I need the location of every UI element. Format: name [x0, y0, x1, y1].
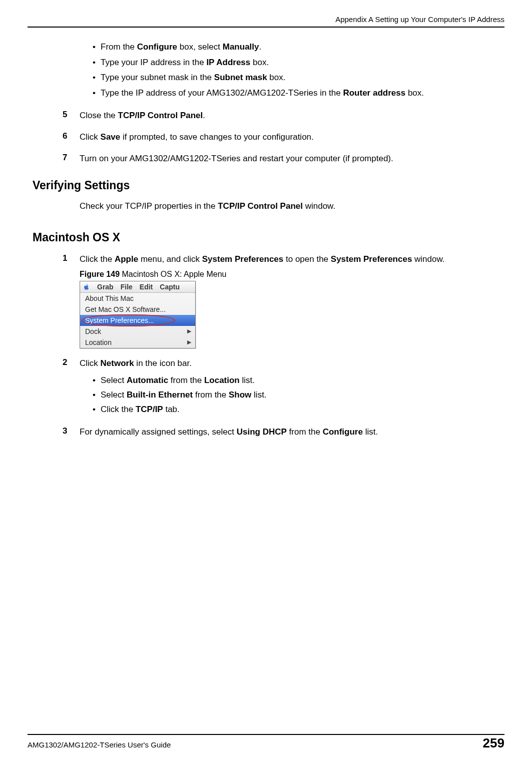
text: . — [203, 111, 205, 120]
menu-label: Get Mac OS X Software... — [85, 305, 166, 313]
bullet-item: Click the TCP/IP tab. — [93, 403, 504, 417]
menu-item-dock[interactable]: Dock ▶ — [80, 326, 195, 337]
text: Type the IP address of your AMG1302/AMG1… — [101, 88, 343, 98]
bullet-item: Select Built-in Ethernet from the Show l… — [93, 388, 504, 403]
figure-title: Macintosh OS X: Apple Menu — [120, 270, 226, 278]
text: Click — [80, 358, 101, 368]
bold: System Preferences — [331, 254, 412, 264]
osx-step-3: 3 For dynamically assigned settings, sel… — [63, 426, 504, 439]
osx-step-1: 1 Click the Apple menu, and click System… — [63, 253, 504, 266]
text: box. — [250, 58, 269, 67]
bold: Manually — [223, 42, 259, 52]
step-6: 6 Click Save if prompted, to save change… — [63, 131, 504, 144]
menu-item-system-preferences[interactable]: System Preferences... — [80, 315, 195, 326]
text: Click — [80, 132, 101, 142]
menu-label: Dock — [85, 327, 101, 335]
text: from the — [287, 427, 323, 437]
bold: Configure — [137, 42, 177, 52]
menu-item-get-software[interactable]: Get Mac OS X Software... — [80, 304, 195, 315]
text: Type your IP address in the — [101, 58, 206, 67]
text: in the icon bar. — [134, 358, 192, 368]
bold: TCP/IP — [136, 405, 163, 414]
text: box, select — [177, 42, 223, 52]
menu-label: About This Mac — [85, 294, 134, 302]
menubar-item: Captu — [160, 283, 180, 291]
footer-rule — [28, 734, 504, 735]
menubar: Grab File Edit Captu — [80, 281, 195, 293]
text: window. — [303, 201, 335, 211]
step-number: 7 — [63, 153, 80, 165]
bold: IP Address — [206, 58, 250, 67]
bold: Router address — [343, 88, 405, 98]
bold: Built-in Ethernet — [127, 390, 193, 400]
step-text: Turn on your AMG1302/AMG1202-TSeries and… — [80, 153, 393, 165]
text: Check your TCP/IP properties in the — [80, 201, 218, 211]
text: list. — [240, 375, 255, 385]
menu-body: About This Mac Get Mac OS X Software... … — [80, 293, 195, 348]
text: Click the — [80, 254, 115, 264]
step-text: Click Save if prompted, to save changes … — [80, 131, 314, 144]
text: box. — [267, 73, 286, 82]
page: Appendix A Setting up Your Computer's IP… — [0, 0, 532, 763]
bold: Location — [204, 375, 240, 385]
bold: Show — [229, 390, 251, 400]
text: For dynamically assigned settings, selec… — [80, 427, 237, 437]
text: From the — [101, 42, 137, 52]
step-text: Close the TCP/IP Control Panel. — [80, 110, 205, 122]
submenu-arrow-icon: ▶ — [187, 328, 191, 334]
step-text: Click the Apple menu, and click System P… — [80, 253, 445, 266]
top-rule — [28, 27, 504, 28]
text: list. — [251, 390, 266, 400]
bullet-item: Type your IP address in the IP Address b… — [93, 55, 504, 71]
apple-logo-icon — [83, 283, 90, 290]
text: box. — [405, 88, 424, 98]
step-number: 6 — [63, 131, 80, 144]
step-text: For dynamically assigned settings, selec… — [80, 426, 378, 439]
bullet-item: Type the IP address of your AMG1302/AMG1… — [93, 86, 504, 101]
text: Close the — [80, 111, 118, 120]
submenu-arrow-icon: ▶ — [187, 339, 191, 345]
menu-label: Location — [85, 338, 112, 346]
text: menu, and click — [138, 254, 202, 264]
step-number: 3 — [63, 426, 80, 439]
bold: TCP/IP Control Panel — [118, 111, 203, 120]
text: list. — [363, 427, 378, 437]
text: Type your subnet mask in the — [101, 73, 214, 82]
menubar-item: Edit — [140, 283, 153, 291]
step-number: 2 — [63, 357, 80, 370]
apple-menu-figure: Grab File Edit Captu About This Mac Get … — [80, 281, 196, 348]
bold: TCP/IP Control Panel — [218, 201, 303, 211]
menubar-item: Grab — [97, 283, 114, 291]
step-text: Click Network in the icon bar. — [80, 357, 192, 370]
heading-macintosh-osx: Macintosh OS X — [33, 231, 504, 244]
bold: System Preferences — [202, 254, 284, 264]
menu-item-about[interactable]: About This Mac — [80, 293, 195, 304]
bold: Network — [101, 358, 134, 368]
figure-caption: Figure 149 Macintosh OS X: Apple Menu — [80, 270, 504, 279]
step-number: 1 — [63, 253, 80, 266]
bold: Subnet mask — [214, 73, 267, 82]
osx-step-2: 2 Click Network in the icon bar. — [63, 357, 504, 370]
text: if prompted, to save changes to your con… — [120, 132, 314, 142]
bold: Save — [101, 132, 121, 142]
bullet-list-top: From the Configure box, select Manually.… — [93, 40, 504, 101]
footer-guide-title: AMG1302/AMG1202-TSeries User's Guide — [28, 740, 171, 749]
bold: Automatic — [127, 375, 168, 385]
text: tab. — [163, 405, 180, 414]
running-head: Appendix A Setting up Your Computer's IP… — [28, 15, 504, 27]
text: to open the — [283, 254, 331, 264]
bullet-item: From the Configure box, select Manually. — [93, 40, 504, 55]
heading-verifying-settings: Verifying Settings — [33, 179, 504, 192]
page-number: 259 — [483, 735, 504, 751]
text: window. — [412, 254, 444, 264]
step-7: 7 Turn on your AMG1302/AMG1202-TSeries a… — [63, 153, 504, 165]
figure-label: Figure 149 — [80, 270, 120, 278]
text: Turn on your AMG1302/AMG1202-TSeries and… — [80, 154, 393, 163]
menu-item-location[interactable]: Location ▶ — [80, 337, 195, 348]
step-5: 5 Close the TCP/IP Control Panel. — [63, 110, 504, 122]
menu-label: System Preferences... — [85, 316, 154, 324]
step-number: 5 — [63, 110, 80, 122]
footer: AMG1302/AMG1202-TSeries User's Guide 259 — [28, 735, 504, 751]
text: Select — [101, 390, 127, 400]
bold: Configure — [323, 427, 363, 437]
